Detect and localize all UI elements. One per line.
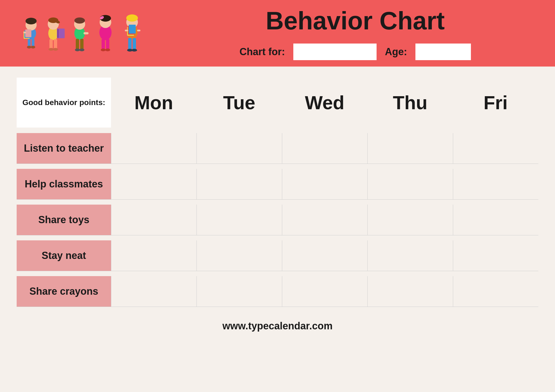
svg-rect-20	[57, 29, 59, 38]
day-header-mon: Mon	[111, 78, 196, 128]
chart-for-label: Chart for:	[239, 46, 285, 58]
behavior-cell-3-thu[interactable]	[367, 205, 453, 235]
svg-point-6	[31, 46, 35, 49]
header-right: Behavior Chart Chart for: Age:	[161, 7, 538, 60]
behavior-cell-2-fri[interactable]	[453, 169, 538, 199]
day-header-thu: Thu	[367, 78, 453, 128]
behavior-cell-5-tue[interactable]	[196, 276, 282, 307]
behavior-row-3: Share toys	[17, 205, 538, 235]
footer: www.typecalendar.com	[17, 312, 538, 340]
behavior-cell-4-wed[interactable]	[282, 240, 367, 271]
svg-rect-40	[128, 38, 132, 50]
svg-point-43	[132, 49, 137, 52]
behavior-row-5: Share crayons	[17, 276, 538, 307]
behavior-cell-5-thu[interactable]	[367, 276, 453, 307]
day-header-wed: Wed	[282, 78, 367, 128]
age-input[interactable]	[415, 44, 471, 60]
svg-point-2	[26, 18, 37, 24]
chart-for-input[interactable]	[293, 44, 377, 60]
age-label: Age:	[385, 46, 407, 58]
svg-rect-24	[76, 39, 79, 49]
main-content: Good behavior points: Mon Tue Wed Thu Fr…	[0, 67, 555, 357]
day-header-fri: Fri	[453, 78, 538, 128]
behavior-cell-1-fri[interactable]	[453, 133, 538, 164]
svg-rect-3	[28, 38, 31, 47]
behavior-cell-1-thu[interactable]	[367, 133, 453, 164]
behavior-cell-1-wed[interactable]	[282, 133, 367, 164]
svg-rect-4	[32, 38, 34, 47]
behavior-cell-4-thu[interactable]	[367, 240, 453, 271]
behavior-label-1: Listen to teacher	[17, 133, 111, 164]
svg-point-39	[126, 14, 138, 22]
behavior-cell-1-tue[interactable]	[196, 133, 282, 164]
behavior-label-5: Share crayons	[17, 276, 111, 307]
behavior-cell-2-mon[interactable]	[111, 169, 196, 199]
behavior-cell-3-tue[interactable]	[196, 205, 282, 235]
svg-rect-34	[106, 39, 109, 49]
svg-rect-16	[54, 39, 57, 49]
behavior-cell-3-wed[interactable]	[282, 205, 367, 235]
svg-point-23	[74, 17, 85, 24]
behavior-cell-2-tue[interactable]	[196, 169, 282, 199]
behavior-cell-2-thu[interactable]	[367, 169, 453, 199]
behavior-label-3: Share toys	[17, 205, 111, 235]
svg-point-17	[49, 48, 54, 51]
header-section: Behavior Chart Chart for: Age:	[0, 0, 555, 67]
behavior-cell-4-fri[interactable]	[453, 240, 538, 271]
svg-rect-33	[102, 39, 105, 49]
day-header-tue: Tue	[196, 78, 282, 128]
chart-meta: Chart for: Age:	[239, 44, 471, 60]
behavior-cell-4-mon[interactable]	[111, 240, 196, 271]
svg-point-18	[53, 48, 58, 51]
svg-rect-47	[125, 30, 128, 31]
behavior-cell-3-mon[interactable]	[111, 205, 196, 235]
svg-point-26	[75, 49, 80, 51]
svg-rect-46	[129, 25, 136, 34]
behavior-cell-2-wed[interactable]	[282, 169, 367, 199]
behavior-row-1: Listen to teacher	[17, 133, 538, 164]
footer-url: www.typecalendar.com	[223, 320, 333, 332]
behavior-cell-5-fri[interactable]	[453, 276, 538, 307]
chart-title: Behavior Chart	[266, 7, 445, 35]
behavior-cell-4-tue[interactable]	[196, 240, 282, 271]
behavior-cell-5-mon[interactable]	[111, 276, 196, 307]
svg-point-36	[105, 49, 110, 51]
svg-rect-48	[137, 30, 140, 31]
behavior-label-2: Help classmates	[17, 169, 111, 199]
behavior-cell-1-mon[interactable]	[111, 133, 196, 164]
behavior-row-2: Help classmates	[17, 169, 538, 200]
svg-point-27	[79, 49, 84, 51]
svg-rect-10	[23, 32, 26, 33]
behavior-row-4: Stay neat	[17, 240, 538, 271]
svg-rect-15	[49, 39, 53, 49]
svg-point-35	[101, 49, 106, 51]
kids-illustration	[17, 6, 161, 61]
svg-rect-25	[80, 39, 84, 49]
svg-rect-41	[133, 38, 136, 50]
svg-rect-28	[84, 32, 89, 34]
behavior-label-4: Stay neat	[17, 240, 111, 271]
behavior-cell-5-wed[interactable]	[282, 276, 367, 307]
svg-rect-9	[25, 29, 31, 37]
svg-point-5	[27, 46, 31, 49]
days-header-row: Good behavior points: Mon Tue Wed Thu Fr…	[17, 78, 538, 128]
behavior-header-label: Good behavior points:	[17, 78, 111, 128]
behavior-cell-3-fri[interactable]	[453, 205, 538, 235]
